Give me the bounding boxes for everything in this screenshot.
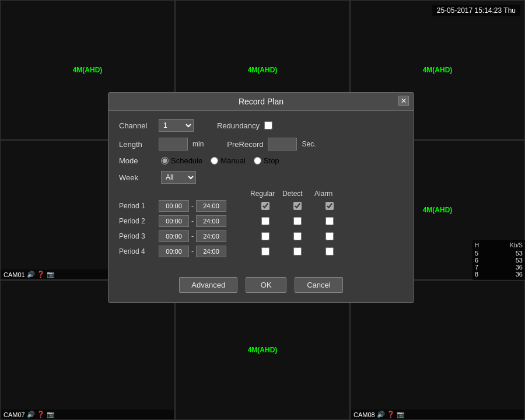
period-4-time-range: - (159, 246, 249, 257)
period-3-alarm-checkbox[interactable] (326, 232, 334, 240)
dialog-title: Record Plan (239, 97, 284, 106)
camera-info-bar-7: CAM07 🔊 ❓ 📷 (1, 410, 174, 419)
redundancy-label: Redundancy (217, 121, 260, 130)
period-1-end[interactable] (196, 200, 226, 212)
period-row-2: Period 2 - (119, 215, 403, 227)
cam07-icons: 🔊 ❓ 📷 (27, 411, 55, 418)
mode-stop-label: Stop (264, 156, 279, 165)
camera-label-3: 4M(AHD) (423, 66, 453, 74)
period-2-detect-checkbox[interactable] (293, 217, 302, 225)
period-2-label: Period 2 (119, 217, 159, 225)
length-prerecord-rows: Length 60 min PreRecord 5 Sec. (119, 138, 403, 150)
ok-button[interactable]: OK (246, 277, 286, 293)
prerecord-unit: Sec. (302, 140, 316, 148)
stats-val-8: 36 (516, 271, 523, 278)
period-header-regular: Regular (250, 190, 282, 198)
mode-stop-group[interactable]: Stop (254, 156, 279, 165)
mode-schedule-label: Schedule (171, 156, 202, 165)
period-2-start[interactable] (159, 215, 189, 227)
period-4-start[interactable] (159, 246, 189, 257)
advanced-button[interactable]: Advanced (179, 277, 237, 293)
mode-label: Mode (119, 156, 154, 165)
period-4-detect-cell (281, 247, 313, 256)
period-2-end[interactable] (196, 215, 226, 227)
mode-schedule-group[interactable]: Schedule (161, 156, 202, 165)
period-3-start[interactable] (159, 230, 189, 242)
period-3-detect-checkbox[interactable] (293, 232, 302, 240)
cam08-icons: 🔊 ❓ 📷 (377, 411, 405, 418)
period-4-regular-cell (249, 247, 281, 256)
stats-header: H Kb/S (475, 242, 523, 249)
period-2-alarm-cell (313, 217, 345, 225)
mode-manual-group[interactable]: Manual (211, 156, 246, 165)
mode-schedule-radio[interactable] (161, 157, 169, 164)
period-4-alarm-cell (313, 247, 345, 256)
mode-manual-label: Manual (220, 156, 246, 165)
stats-val-6: 53 (516, 257, 523, 264)
mode-options: Schedule Manual Stop (161, 156, 279, 165)
period-header-alarm: Alarm (314, 190, 346, 198)
period-1-detect-checkbox[interactable] (293, 202, 302, 210)
week-select[interactable]: All MonTueWed ThuFriSatSun (161, 171, 196, 184)
period-header-detect: Detect (282, 190, 314, 198)
length-group: Length 60 min (119, 138, 204, 150)
period-row-3: Period 3 - (119, 230, 403, 242)
period-header-name (120, 190, 160, 198)
channel-label: Channel (119, 121, 154, 130)
period-2-time-range: - (159, 215, 249, 227)
dialog-close-button[interactable]: ✕ (398, 96, 409, 106)
channel-select[interactable]: 1234 (159, 119, 194, 132)
period-3-time-range: - (159, 230, 249, 242)
mode-stop-radio[interactable] (254, 157, 261, 164)
week-row: Week All MonTueWed ThuFriSatSun (119, 171, 403, 184)
stats-panel: H Kb/S 5 53 6 53 7 36 8 36 (473, 240, 525, 280)
period-4-regular-checkbox[interactable] (261, 247, 270, 256)
record-plan-dialog: Record Plan ✕ Channel 1234 Redundancy (108, 92, 414, 303)
period-3-end[interactable] (196, 230, 226, 242)
prerecord-group: PreRecord 5 Sec. (227, 138, 316, 150)
stats-val-7: 36 (516, 264, 523, 271)
dialog-footer: Advanced OK Cancel (108, 269, 414, 302)
stats-ch-header: H (475, 242, 479, 249)
timestamp: 25-05-2017 15:14:23 Thu (432, 5, 520, 16)
mode-row: Mode Schedule Manual Stop (119, 156, 403, 165)
period-1-alarm-checkbox[interactable] (326, 202, 334, 210)
period-3-alarm-cell (313, 232, 345, 240)
stats-row-4: 8 36 (475, 271, 523, 278)
period-1-time-range: - (159, 200, 249, 212)
stats-row-3: 7 36 (475, 264, 523, 271)
period-1-regular-checkbox[interactable] (261, 202, 270, 210)
period-4-label: Period 4 (119, 247, 159, 256)
camera-label-8: 4M(AHD) (248, 346, 278, 354)
stats-kbs-header: Kb/S (510, 242, 523, 249)
period-1-regular-cell (249, 202, 281, 210)
mode-manual-radio[interactable] (211, 157, 218, 164)
camera-label-2: 4M(AHD) (248, 66, 278, 74)
period-table-header: Regular Detect Alarm (119, 190, 403, 198)
prerecord-input[interactable]: 5 (268, 138, 297, 150)
stats-row-1: 5 53 (475, 250, 523, 257)
camera-info-bar-9: CAM08 🔊 ❓ 📷 (351, 410, 524, 419)
cam08-label: CAM08 (354, 411, 375, 418)
period-2-alarm-checkbox[interactable] (326, 217, 334, 225)
channel-group: Channel 1234 (119, 119, 194, 132)
dialog-titlebar: Record Plan ✕ (108, 93, 414, 111)
dialog-body: Channel 1234 Redundancy Length 60 min (108, 111, 414, 269)
period-1-detect-cell (281, 202, 313, 210)
stats-row-2: 6 53 (475, 257, 523, 264)
camera-label-1: 4M(AHD) (73, 66, 103, 74)
stats-ch-7: 7 (475, 264, 478, 271)
period-2-regular-cell (249, 217, 281, 225)
period-row-1: Period 1 - (119, 200, 403, 212)
period-4-detect-checkbox[interactable] (293, 247, 302, 256)
period-2-regular-checkbox[interactable] (261, 217, 270, 225)
redundancy-checkbox[interactable] (264, 121, 272, 130)
period-table: Regular Detect Alarm Period 1 - (119, 190, 403, 257)
period-4-end[interactable] (196, 246, 226, 257)
period-1-start[interactable] (159, 200, 189, 212)
length-input[interactable]: 60 (159, 138, 188, 150)
cancel-button[interactable]: Cancel (295, 277, 342, 293)
period-3-label: Period 3 (119, 232, 159, 240)
period-3-regular-checkbox[interactable] (261, 232, 270, 240)
period-4-alarm-checkbox[interactable] (326, 247, 334, 256)
